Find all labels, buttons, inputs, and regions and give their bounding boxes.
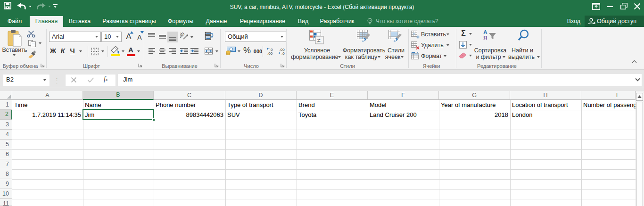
svg-text:≠: ≠ bbox=[317, 37, 321, 44]
svg-text:,0: ,0 bbox=[281, 51, 285, 55]
svg-text:,00: ,00 bbox=[267, 51, 273, 55]
